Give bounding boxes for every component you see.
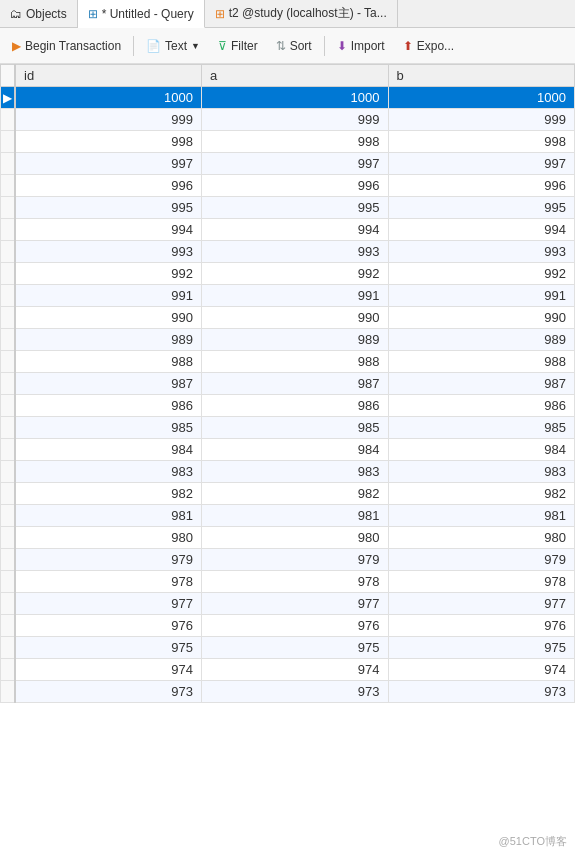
cell-id[interactable]: 987 bbox=[15, 373, 202, 395]
cell-b[interactable]: 996 bbox=[388, 175, 575, 197]
table-row[interactable]: ▶100010001000 bbox=[1, 87, 575, 109]
table-row[interactable]: 995995995 bbox=[1, 197, 575, 219]
cell-id[interactable]: 980 bbox=[15, 527, 202, 549]
cell-b[interactable]: 987 bbox=[388, 373, 575, 395]
table-row[interactable]: 991991991 bbox=[1, 285, 575, 307]
cell-a[interactable]: 990 bbox=[202, 307, 389, 329]
cell-id[interactable]: 986 bbox=[15, 395, 202, 417]
table-row[interactable]: 990990990 bbox=[1, 307, 575, 329]
cell-a[interactable]: 977 bbox=[202, 593, 389, 615]
column-header-b[interactable]: b bbox=[388, 65, 575, 87]
cell-b[interactable]: 974 bbox=[388, 659, 575, 681]
cell-a[interactable]: 996 bbox=[202, 175, 389, 197]
cell-a[interactable]: 981 bbox=[202, 505, 389, 527]
table-row[interactable]: 980980980 bbox=[1, 527, 575, 549]
table-row[interactable]: 988988988 bbox=[1, 351, 575, 373]
cell-b[interactable]: 993 bbox=[388, 241, 575, 263]
cell-b[interactable]: 976 bbox=[388, 615, 575, 637]
cell-b[interactable]: 998 bbox=[388, 131, 575, 153]
tab-query[interactable]: ⊞ * Untitled - Query bbox=[78, 0, 205, 28]
cell-a[interactable]: 983 bbox=[202, 461, 389, 483]
cell-a[interactable]: 1000 bbox=[202, 87, 389, 109]
export-button[interactable]: ⬆ Expo... bbox=[395, 36, 462, 56]
table-row[interactable]: 977977977 bbox=[1, 593, 575, 615]
filter-button[interactable]: ⊽ Filter bbox=[210, 36, 266, 56]
cell-id[interactable]: 997 bbox=[15, 153, 202, 175]
table-row[interactable]: 993993993 bbox=[1, 241, 575, 263]
tab-table[interactable]: ⊞ t2 @study (localhost主) - Ta... bbox=[205, 0, 398, 27]
cell-b[interactable]: 1000 bbox=[388, 87, 575, 109]
cell-b[interactable]: 977 bbox=[388, 593, 575, 615]
cell-b[interactable]: 995 bbox=[388, 197, 575, 219]
cell-b[interactable]: 986 bbox=[388, 395, 575, 417]
cell-a[interactable]: 979 bbox=[202, 549, 389, 571]
cell-b[interactable]: 984 bbox=[388, 439, 575, 461]
table-row[interactable]: 978978978 bbox=[1, 571, 575, 593]
cell-id[interactable]: 977 bbox=[15, 593, 202, 615]
cell-b[interactable]: 982 bbox=[388, 483, 575, 505]
table-row[interactable]: 986986986 bbox=[1, 395, 575, 417]
cell-b[interactable]: 999 bbox=[388, 109, 575, 131]
cell-id[interactable]: 999 bbox=[15, 109, 202, 131]
table-row[interactable]: 998998998 bbox=[1, 131, 575, 153]
table-row[interactable]: 992992992 bbox=[1, 263, 575, 285]
table-row[interactable]: 982982982 bbox=[1, 483, 575, 505]
table-row[interactable]: 981981981 bbox=[1, 505, 575, 527]
cell-id[interactable]: 973 bbox=[15, 681, 202, 703]
cell-a[interactable]: 995 bbox=[202, 197, 389, 219]
cell-a[interactable]: 975 bbox=[202, 637, 389, 659]
cell-a[interactable]: 997 bbox=[202, 153, 389, 175]
import-button[interactable]: ⬇ Import bbox=[329, 36, 393, 56]
cell-a[interactable]: 974 bbox=[202, 659, 389, 681]
cell-a[interactable]: 976 bbox=[202, 615, 389, 637]
cell-a[interactable]: 991 bbox=[202, 285, 389, 307]
table-row[interactable]: 997997997 bbox=[1, 153, 575, 175]
cell-b[interactable]: 990 bbox=[388, 307, 575, 329]
cell-b[interactable]: 997 bbox=[388, 153, 575, 175]
cell-id[interactable]: 992 bbox=[15, 263, 202, 285]
cell-id[interactable]: 982 bbox=[15, 483, 202, 505]
cell-b[interactable]: 981 bbox=[388, 505, 575, 527]
cell-a[interactable]: 984 bbox=[202, 439, 389, 461]
table-row[interactable]: 973973973 bbox=[1, 681, 575, 703]
cell-a[interactable]: 982 bbox=[202, 483, 389, 505]
tab-objects[interactable]: 🗂 Objects bbox=[0, 0, 78, 27]
cell-id[interactable]: 985 bbox=[15, 417, 202, 439]
table-row[interactable]: 987987987 bbox=[1, 373, 575, 395]
table-row[interactable]: 984984984 bbox=[1, 439, 575, 461]
table-row[interactable]: 994994994 bbox=[1, 219, 575, 241]
table-row[interactable]: 979979979 bbox=[1, 549, 575, 571]
cell-a[interactable]: 989 bbox=[202, 329, 389, 351]
column-header-id[interactable]: id bbox=[15, 65, 202, 87]
table-row[interactable]: 996996996 bbox=[1, 175, 575, 197]
cell-id[interactable]: 988 bbox=[15, 351, 202, 373]
table-row[interactable]: 975975975 bbox=[1, 637, 575, 659]
cell-id[interactable]: 998 bbox=[15, 131, 202, 153]
cell-a[interactable]: 978 bbox=[202, 571, 389, 593]
table-row[interactable]: 974974974 bbox=[1, 659, 575, 681]
cell-id[interactable]: 989 bbox=[15, 329, 202, 351]
cell-a[interactable]: 993 bbox=[202, 241, 389, 263]
cell-id[interactable]: 979 bbox=[15, 549, 202, 571]
cell-id[interactable]: 981 bbox=[15, 505, 202, 527]
cell-b[interactable]: 980 bbox=[388, 527, 575, 549]
begin-transaction-button[interactable]: ▶ Begin Transaction bbox=[4, 36, 129, 56]
cell-a[interactable]: 999 bbox=[202, 109, 389, 131]
cell-id[interactable]: 996 bbox=[15, 175, 202, 197]
cell-a[interactable]: 994 bbox=[202, 219, 389, 241]
cell-b[interactable]: 979 bbox=[388, 549, 575, 571]
cell-id[interactable]: 994 bbox=[15, 219, 202, 241]
table-row[interactable]: 985985985 bbox=[1, 417, 575, 439]
cell-b[interactable]: 983 bbox=[388, 461, 575, 483]
cell-id[interactable]: 975 bbox=[15, 637, 202, 659]
cell-id[interactable]: 991 bbox=[15, 285, 202, 307]
cell-a[interactable]: 985 bbox=[202, 417, 389, 439]
cell-b[interactable]: 973 bbox=[388, 681, 575, 703]
cell-a[interactable]: 986 bbox=[202, 395, 389, 417]
cell-id[interactable]: 990 bbox=[15, 307, 202, 329]
cell-a[interactable]: 980 bbox=[202, 527, 389, 549]
table-row[interactable]: 999999999 bbox=[1, 109, 575, 131]
cell-id[interactable]: 976 bbox=[15, 615, 202, 637]
sort-button[interactable]: ⇅ Sort bbox=[268, 36, 320, 56]
table-row[interactable]: 989989989 bbox=[1, 329, 575, 351]
